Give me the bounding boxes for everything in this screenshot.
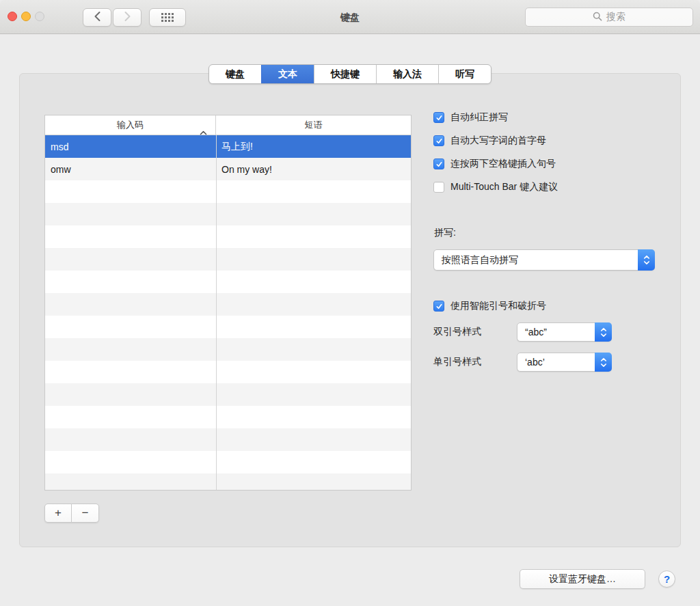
tab-text[interactable]: 文本 (261, 65, 314, 83)
cell-phrase: 马上到! (216, 141, 411, 153)
magnifier-icon (593, 12, 602, 23)
tab-bar: 键盘 文本 快捷键 输入法 听写 (208, 64, 492, 84)
search-placeholder: 搜索 (606, 11, 625, 23)
forward-button[interactable] (113, 8, 142, 27)
single-quote-label: 单引号样式 (433, 356, 517, 368)
spelling-popup[interactable]: 按照语言自动拼写 (433, 249, 655, 271)
option-double-space-period[interactable]: 连按两下空格键插入句号 (433, 156, 558, 171)
text-replacements-table: 输入码 短语 msd 马上到! omw On my way! (44, 115, 412, 491)
traffic-lights (8, 12, 44, 21)
table-row[interactable]: msd 马上到! (45, 135, 411, 158)
tab-input-sources[interactable]: 输入法 (376, 65, 438, 83)
single-quote-popup[interactable]: ‘abc’ (517, 353, 612, 372)
tab-dictation[interactable]: 听写 (438, 65, 491, 83)
option-smart-quotes[interactable]: 使用智能引号和破折号 (433, 299, 546, 314)
search-input[interactable]: 搜索 (525, 8, 693, 27)
text-options: 自动纠正拼写 自动大写字词的首字母 连按两下空格键插入句号 Multi-Touc… (433, 110, 558, 195)
checkbox-unchecked-icon[interactable] (433, 182, 444, 193)
minimize-button[interactable] (21, 12, 31, 21)
list-edit-buttons: + − (44, 504, 99, 523)
chevron-right-icon (124, 11, 131, 25)
checkbox-checked-icon[interactable] (433, 135, 444, 146)
up-down-chevrons-icon (595, 353, 612, 372)
titlebar: 键盘 搜索 (0, 0, 700, 34)
empty-rows-area (45, 180, 411, 490)
show-all-button[interactable] (149, 8, 186, 27)
add-button[interactable]: + (44, 504, 72, 523)
tab-shortcuts[interactable]: 快捷键 (314, 65, 376, 83)
column-header-input-code[interactable]: 输入码 (45, 115, 216, 135)
cell-phrase: On my way! (216, 164, 411, 175)
up-down-chevrons-icon (638, 249, 655, 271)
single-quote-row: 单引号样式 ‘abc’ (433, 353, 612, 372)
setup-bluetooth-keyboard-button[interactable]: 设置蓝牙键盘… (520, 569, 645, 589)
option-capitalize[interactable]: 自动大写字词的首字母 (433, 133, 558, 148)
spelling-label: 拼写: (434, 227, 456, 239)
column-header-phrase[interactable]: 短语 (216, 115, 411, 135)
double-quote-row: 双引号样式 “abc” (433, 322, 612, 342)
double-quote-value: “abc” (517, 327, 547, 338)
back-button[interactable] (83, 8, 111, 27)
app-grid-icon (161, 13, 174, 22)
table-body: msd 马上到! omw On my way! (45, 135, 411, 490)
checkbox-checked-icon[interactable] (433, 159, 444, 169)
nav-buttons (83, 8, 142, 27)
option-autocorrect[interactable]: 自动纠正拼写 (433, 110, 558, 125)
up-down-chevrons-icon (595, 322, 612, 342)
checkbox-checked-icon[interactable] (433, 112, 444, 123)
help-button[interactable]: ? (658, 570, 675, 588)
column-divider (216, 135, 217, 490)
remove-button[interactable]: − (72, 504, 99, 523)
window-title: 键盘 (205, 0, 495, 34)
chevron-left-icon (94, 11, 101, 25)
table-header: 输入码 短语 (45, 115, 411, 135)
cell-input-code: msd (45, 141, 216, 152)
option-touchbar-suggestions[interactable]: Multi-Touch Bar 键入建议 (433, 180, 558, 195)
close-button[interactable] (8, 12, 17, 21)
cell-input-code: omw (45, 164, 216, 175)
tab-keyboard[interactable]: 键盘 (209, 65, 261, 83)
checkbox-checked-icon[interactable] (433, 301, 444, 312)
fullscreen-button (35, 12, 44, 21)
double-quote-label: 双引号样式 (433, 326, 517, 338)
table-row[interactable]: omw On my way! (45, 158, 411, 180)
spelling-popup-value: 按照语言自动拼写 (434, 254, 518, 266)
single-quote-value: ‘abc’ (517, 357, 545, 368)
double-quote-popup[interactable]: “abc” (517, 322, 612, 342)
